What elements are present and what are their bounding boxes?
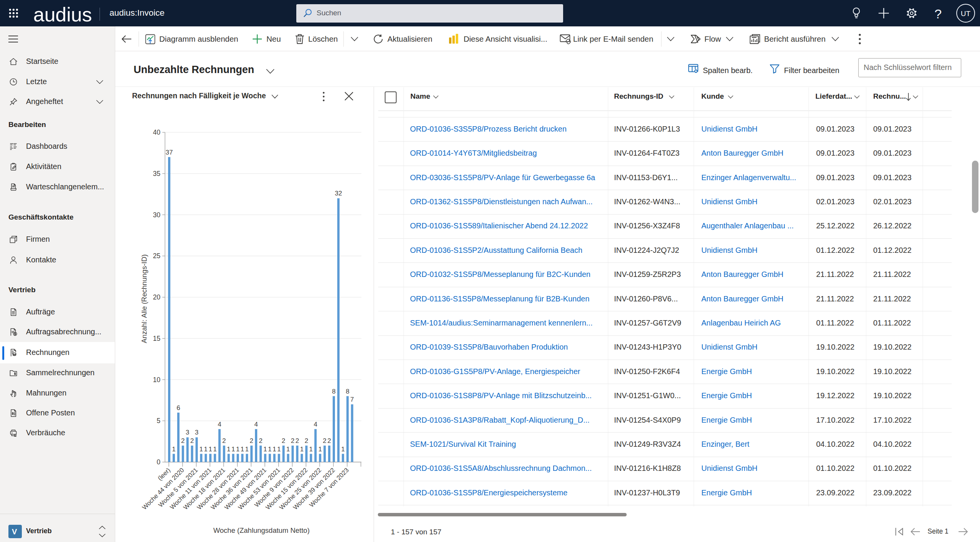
svg-text:7: 7 <box>350 396 354 403</box>
svg-text:8: 8 <box>346 388 349 395</box>
svg-text:1: 1 <box>245 446 248 453</box>
svg-text:30: 30 <box>153 211 161 219</box>
svg-text:1: 1 <box>341 446 345 453</box>
svg-text:1: 1 <box>240 446 244 453</box>
svg-text:1: 1 <box>227 446 230 453</box>
svg-text:1: 1 <box>172 446 175 453</box>
svg-text:3: 3 <box>186 429 189 436</box>
svg-text:2: 2 <box>291 437 294 444</box>
svg-text:1: 1 <box>300 446 304 453</box>
svg-text:1: 1 <box>236 446 239 453</box>
svg-text:1: 1 <box>268 446 271 453</box>
svg-text:6: 6 <box>176 404 180 412</box>
svg-text:20: 20 <box>153 293 161 301</box>
svg-text:1: 1 <box>199 446 203 453</box>
svg-text:0: 0 <box>157 458 160 466</box>
svg-text:2: 2 <box>259 437 262 444</box>
svg-text:2: 2 <box>181 437 185 444</box>
svg-text:25: 25 <box>153 252 160 260</box>
svg-text:40: 40 <box>153 129 161 136</box>
svg-text:1: 1 <box>273 446 276 453</box>
svg-text:8: 8 <box>332 388 335 395</box>
svg-text:1: 1 <box>231 446 235 453</box>
svg-text:35: 35 <box>153 170 160 177</box>
svg-text:UT: UT <box>961 10 971 18</box>
svg-text:15: 15 <box>153 335 160 342</box>
svg-text:4: 4 <box>314 421 317 428</box>
svg-text:2: 2 <box>296 437 299 444</box>
svg-text:2: 2 <box>323 437 326 444</box>
svg-text:2: 2 <box>190 437 194 444</box>
svg-text:10: 10 <box>153 376 161 384</box>
svg-text:1: 1 <box>213 446 217 453</box>
svg-text:3: 3 <box>195 429 198 436</box>
svg-text:2: 2 <box>222 437 226 444</box>
svg-text:1: 1 <box>318 446 322 453</box>
svg-text:2: 2 <box>250 437 253 444</box>
svg-text:Anzahl: Alle (Rechnungs-ID): Anzahl: Alle (Rechnungs-ID) <box>140 254 148 343</box>
svg-text:5: 5 <box>157 417 160 425</box>
svg-text:2: 2 <box>327 437 331 444</box>
svg-text:2: 2 <box>282 437 285 444</box>
svg-text:4: 4 <box>218 421 221 428</box>
svg-text:37: 37 <box>166 149 173 156</box>
svg-text:4: 4 <box>254 421 258 428</box>
svg-text:Woche (Zahlungsdatum Netto): Woche (Zahlungsdatum Netto) <box>213 526 310 534</box>
svg-text:2: 2 <box>305 437 308 444</box>
svg-text:1: 1 <box>286 446 290 453</box>
svg-text:1: 1 <box>204 446 207 453</box>
svg-text:32: 32 <box>335 190 342 197</box>
svg-text:1: 1 <box>309 446 313 453</box>
svg-text:1: 1 <box>277 446 281 453</box>
svg-text:1: 1 <box>209 446 212 453</box>
svg-text:1: 1 <box>263 446 267 453</box>
